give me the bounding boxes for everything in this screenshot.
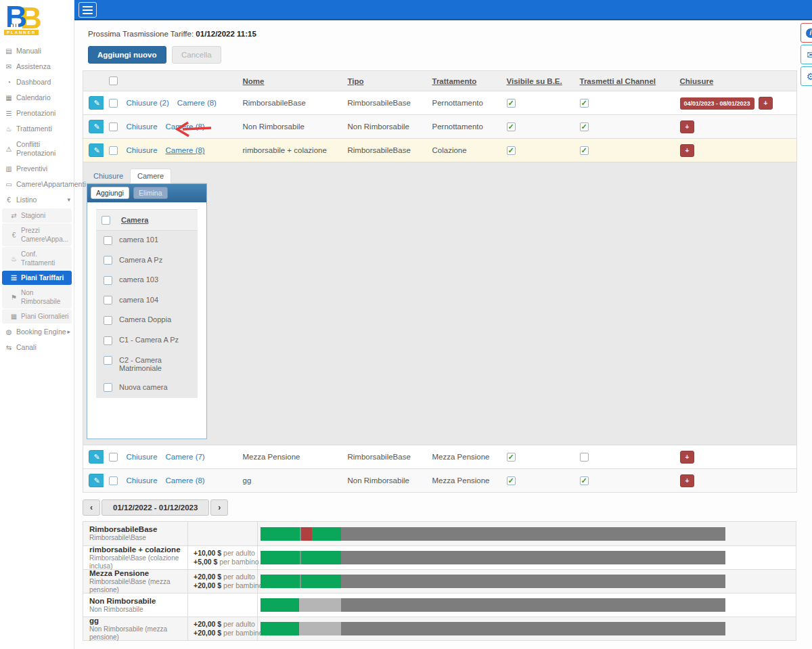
row-checkbox[interactable]	[109, 122, 118, 131]
edit-button[interactable]: ✎	[89, 143, 104, 157]
row-checkbox[interactable]	[109, 453, 118, 462]
sidebar-item-trattamenti[interactable]: ♨Trattamenti	[0, 121, 74, 137]
row-checkbox[interactable]	[109, 146, 118, 155]
pencil-icon: ✎	[93, 476, 99, 485]
plan-title: rimborsabile + colazione	[89, 545, 183, 554]
chiusure-link[interactable]: Chiusure	[127, 122, 158, 131]
chiusure-link[interactable]: Chiusure (2)	[127, 99, 169, 107]
cancel-button[interactable]: Cancella	[172, 46, 221, 64]
gears-icon: ⚙	[807, 71, 812, 82]
aggiungi-button[interactable]: Aggiungi	[91, 187, 129, 199]
room-checkbox[interactable]	[104, 336, 112, 345]
sidebar-item-camere-appartamenti[interactable]: ▭Camere\Appartamenti	[0, 177, 74, 192]
availability-bar[interactable]	[261, 575, 725, 588]
room-checkbox[interactable]	[104, 236, 112, 245]
column-header-visibile[interactable]: Visibile su B.E.	[507, 77, 562, 85]
availability-bar[interactable]	[261, 598, 725, 612]
camere-link[interactable]: Camere (8)	[166, 476, 205, 485]
sidebar-item-calendario[interactable]: ▦Calendario	[0, 90, 74, 106]
trasmetti-checkbox[interactable]	[580, 99, 589, 108]
add-closure-button[interactable]: +	[680, 120, 695, 133]
room-checkbox[interactable]	[104, 316, 112, 325]
visibile-checkbox[interactable]	[507, 476, 516, 485]
info-button[interactable]: i	[800, 23, 812, 43]
edit-button[interactable]: ✎	[89, 474, 104, 487]
room-checkbox[interactable]	[104, 276, 112, 285]
trasmetti-checkbox[interactable]	[580, 146, 589, 155]
elimina-button[interactable]: Elimina	[133, 187, 167, 199]
chevron-down-icon: ▾	[67, 196, 70, 204]
column-header-tipo[interactable]: Tipo	[348, 77, 364, 85]
add-new-button[interactable]: Aggiungi nuovo	[88, 46, 166, 64]
column-header-trattamento[interactable]: Trattamento	[432, 77, 477, 85]
camere-link[interactable]: Camere (8)	[177, 99, 217, 107]
closure-date-badge[interactable]: 04/01/2023 - 08/01/2023	[680, 97, 754, 110]
add-closure-button[interactable]: +	[680, 144, 695, 157]
edit-button[interactable]: ✎	[89, 96, 104, 110]
gantt-row: Mezza Pensione Rimborsabile\Base (mezza …	[83, 569, 796, 593]
mail-button[interactable]: ✉	[800, 45, 812, 64]
room-checkbox[interactable]	[104, 356, 112, 365]
plan-title: gg	[89, 617, 183, 625]
trasmetti-checkbox[interactable]	[580, 476, 589, 485]
room-checkbox[interactable]	[104, 296, 112, 305]
visibile-checkbox[interactable]	[507, 453, 516, 462]
column-header-trasmetti[interactable]: Trasmetti al Channel	[580, 77, 656, 85]
sidebar-item-piani-giornalieri[interactable]: ▦Piani Giornalieri	[2, 309, 72, 323]
pencil-icon: ✎	[93, 146, 99, 154]
plan-subtitle: Rimborsabile\Base (mezza pensione)	[89, 578, 183, 594]
room-checkbox[interactable]	[104, 256, 112, 265]
column-header-nome[interactable]: Nome	[243, 77, 265, 85]
row-checkbox[interactable]	[109, 476, 118, 485]
date-range-button[interactable]: 01/12/2022 - 01/12/2023	[102, 499, 209, 516]
trasmetti-checkbox[interactable]	[580, 453, 589, 462]
tab-chiusure[interactable]: Chiusure	[87, 169, 130, 183]
add-closure-button[interactable]: +	[680, 474, 695, 487]
sidebar-item-prezzi-camere[interactable]: €Prezzi Camere\Appa...	[2, 223, 72, 246]
sidebar-item-non-rimborsabile[interactable]: ⚑Non Rimborsabile	[2, 286, 72, 309]
sidebar-item-piani-tariffari[interactable]: ☰Piani Tariffari	[2, 271, 72, 285]
sidebar-item-assistenza[interactable]: ✉Assistenza	[0, 59, 74, 74]
sidebar-item-conf-trattamenti[interactable]: ♨Conf. Trattamenti	[2, 247, 72, 270]
prev-period-button[interactable]: ‹	[83, 499, 100, 516]
camere-link[interactable]: Camere (8)	[166, 122, 205, 131]
sidebar-item-conflitti-prenotazioni[interactable]: ⚠Conflitti Prenotazioni	[0, 137, 74, 161]
column-header-camera[interactable]: Camera	[121, 216, 148, 224]
select-all-checkbox[interactable]	[109, 76, 118, 85]
tab-camere[interactable]: Camere	[130, 169, 171, 183]
edit-button[interactable]: ✎	[89, 120, 104, 133]
sidebar-item-booking-engine[interactable]: ◍Booking Engine▸	[0, 324, 74, 340]
add-closure-button[interactable]: +	[680, 451, 695, 464]
room-checkbox[interactable]	[104, 383, 112, 392]
sidebar-item-listino[interactable]: €Listino▾	[0, 192, 74, 208]
edit-button[interactable]: ✎	[89, 450, 104, 464]
room-name: camera 104	[116, 290, 198, 311]
visibile-checkbox[interactable]	[507, 99, 516, 108]
plan-title: RimborsabileBase	[89, 525, 183, 534]
date-navigator: ‹ 01/12/2022 - 01/12/2023 ›	[83, 499, 812, 516]
chiusure-link[interactable]: Chiusure	[127, 453, 158, 461]
availability-bar[interactable]	[261, 622, 725, 635]
rooms-select-all-checkbox[interactable]	[102, 216, 110, 225]
sidebar-item-stagioni[interactable]: ⇄Stagioni	[2, 208, 72, 223]
chiusure-link[interactable]: Chiusure	[127, 476, 158, 485]
camere-link[interactable]: Camere (7)	[166, 453, 205, 461]
availability-bar[interactable]	[261, 551, 725, 564]
column-header-chiusure[interactable]: Chiusure	[680, 77, 714, 85]
availability-bar[interactable]	[261, 527, 725, 541]
add-closure-button[interactable]: +	[759, 97, 773, 110]
visibile-checkbox[interactable]	[507, 122, 516, 131]
sidebar-item-dashboard[interactable]: ◔Dashboard	[0, 74, 74, 90]
sidebar-item-canali[interactable]: ⇆Canali	[0, 340, 74, 355]
sidebar-item-manuali[interactable]: ▤Manuali	[0, 43, 74, 59]
row-checkbox[interactable]	[109, 99, 118, 108]
camere-link[interactable]: Camere (8)	[166, 146, 205, 154]
settings-button[interactable]: ⚙	[800, 66, 812, 86]
visibile-checkbox[interactable]	[507, 146, 516, 155]
hamburger-menu-button[interactable]	[78, 2, 97, 18]
sidebar-item-preventivi[interactable]: ▥Preventivi	[0, 161, 74, 177]
sidebar-item-prenotazioni[interactable]: ☰Prenotazioni	[0, 106, 74, 121]
chiusure-link[interactable]: Chiusure	[127, 146, 158, 154]
trasmetti-checkbox[interactable]	[580, 122, 589, 131]
next-period-button[interactable]: ›	[210, 499, 228, 516]
